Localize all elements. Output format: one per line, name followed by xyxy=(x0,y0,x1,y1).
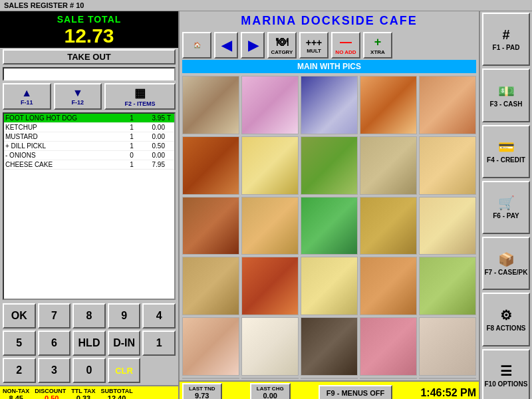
food-item-13[interactable] xyxy=(301,197,358,255)
category-bar[interactable]: MAIN WITH PICS xyxy=(182,60,476,73)
numpad-key-4[interactable]: 4 xyxy=(142,303,176,329)
food-item-6[interactable] xyxy=(182,136,239,195)
numpad-key-9[interactable]: 9 xyxy=(108,303,141,329)
numpad-key-ok[interactable]: OK xyxy=(3,303,36,329)
food-item-12[interactable] xyxy=(241,197,299,255)
food-item-14[interactable] xyxy=(360,197,417,255)
food-item-19[interactable] xyxy=(360,257,417,315)
order-item-name: FOOT LONG HOT DOG xyxy=(5,114,125,122)
numpad-key-hld[interactable]: HLD xyxy=(72,331,106,356)
food-item-30[interactable] xyxy=(419,378,476,379)
food-item-18[interactable] xyxy=(301,257,358,315)
food-item-29[interactable] xyxy=(360,378,417,379)
search-input[interactable] xyxy=(4,70,174,80)
prev-arrow-icon: ◀ xyxy=(221,37,231,53)
f2-items-button[interactable]: ▦ F2 - ITEMS xyxy=(104,83,176,110)
order-item-qty: 1 xyxy=(125,142,138,150)
order-row[interactable]: + DILL PICKL 1 0.50 xyxy=(4,142,174,151)
food-item-25[interactable] xyxy=(419,317,476,376)
non-tax-label: NON-TAX xyxy=(3,388,29,394)
f3-cash-button[interactable]: 💵 F3 - CASH xyxy=(482,68,530,122)
actions-icon: ⚙ xyxy=(500,307,512,323)
order-row[interactable]: CHEESE CAKE 1 7.95 xyxy=(4,160,174,170)
order-type: TAKE OUT xyxy=(3,49,176,65)
f9-menus-button[interactable]: F9 - MENUS OFF xyxy=(319,385,392,400)
mult-button[interactable]: +++ MULT xyxy=(299,32,329,59)
non-tax-val: 8.45 xyxy=(9,394,23,399)
order-row[interactable]: - ONIONS 0 0.00 xyxy=(4,151,174,160)
numpad-key-8[interactable]: 8 xyxy=(72,303,106,329)
food-item-22[interactable] xyxy=(241,317,299,376)
numpad-grid: 789OK456HLDD-IN1230CLR xyxy=(3,303,176,383)
numpad-key-5[interactable]: 5 xyxy=(3,331,36,356)
f11-button[interactable]: ▲ F-11 xyxy=(3,83,51,110)
food-item-4[interactable] xyxy=(360,76,417,134)
food-item-11[interactable] xyxy=(182,197,239,255)
last-tnd-val: 9.73 xyxy=(195,392,209,399)
cart-icon: 🛒 xyxy=(498,195,515,211)
f7-casepk-button[interactable]: 📦 F7 - CASE/PK xyxy=(482,237,530,290)
order-item-name: + DILL PICKL xyxy=(5,142,125,150)
food-item-5[interactable] xyxy=(419,76,476,134)
order-item-flag xyxy=(165,133,173,140)
discount-val: -0.50 xyxy=(42,394,59,399)
order-list[interactable]: FOOT LONG HOT DOG 1 3.95 T KETCHUP 1 0.0… xyxy=(3,112,176,300)
order-item-qty: 0 xyxy=(125,152,138,159)
order-item-qty: 1 xyxy=(125,161,138,168)
food-item-1[interactable] xyxy=(182,76,239,134)
food-item-10[interactable] xyxy=(419,136,476,195)
ttl-tax-val: 0.33 xyxy=(76,394,90,399)
food-item-23[interactable] xyxy=(301,317,358,376)
noadd-button[interactable]: — NO ADD xyxy=(331,32,360,59)
case-icon: 📦 xyxy=(498,251,515,267)
ttl-tax-label: TTL TAX xyxy=(71,388,95,394)
food-item-20[interactable] xyxy=(419,257,476,315)
food-item-16[interactable] xyxy=(182,257,239,315)
f12-button[interactable]: ▼ F-12 xyxy=(54,83,102,110)
home-button[interactable]: 🏠 xyxy=(182,32,211,59)
food-item-8[interactable] xyxy=(301,136,358,195)
numpad-key-2[interactable]: 2 xyxy=(3,358,36,383)
numpad-key-1[interactable]: 1 xyxy=(142,331,176,356)
f8-actions-button[interactable]: ⚙ F8 ACTIONS xyxy=(482,293,530,346)
f6-pay-button[interactable]: 🛒 F6 - PAY xyxy=(482,181,530,234)
order-row[interactable]: KETCHUP 1 0.00 xyxy=(4,123,174,132)
bottom-status: NON-TAX 8.45 DISCOUNT -0.50 TTL TAX 0.33… xyxy=(0,385,178,399)
xtra-button[interactable]: + XTRA xyxy=(363,32,392,59)
f4-credit-button[interactable]: 💳 F4 - CREDIT xyxy=(482,125,530,178)
order-item-price: 3.95 xyxy=(138,114,165,122)
noadd-label: NO ADD xyxy=(335,49,356,55)
food-item-27[interactable] xyxy=(241,378,299,379)
food-item-17[interactable] xyxy=(241,257,299,315)
prev-button[interactable]: ◀ xyxy=(214,32,238,59)
numpad-key-din[interactable]: D-IN xyxy=(108,331,141,356)
food-grid xyxy=(180,74,479,380)
numpad-key-3[interactable]: 3 xyxy=(38,358,71,383)
food-item-28[interactable] xyxy=(301,378,358,379)
food-item-26[interactable] xyxy=(182,378,239,379)
food-item-7[interactable] xyxy=(241,136,299,195)
top-toolbar: 🏠 ◀ ▶ 🍽 CATGRY +++ MULT — NO ADD + xyxy=(180,31,479,60)
center-panel: MARINA DOCKSIDE CAFE 🏠 ◀ ▶ 🍽 CATGRY +++ … xyxy=(180,11,479,399)
next-button[interactable]: ▶ xyxy=(241,32,265,59)
order-row[interactable]: MUSTARD 1 0.00 xyxy=(4,132,174,142)
food-item-15[interactable] xyxy=(419,197,476,255)
numpad-key-6[interactable]: 6 xyxy=(38,331,71,356)
order-row[interactable]: FOOT LONG HOT DOG 1 3.95 T xyxy=(4,114,174,123)
f12-label: F-12 xyxy=(72,99,84,106)
numpad-key-0[interactable]: 0 xyxy=(72,358,106,383)
food-item-3[interactable] xyxy=(301,76,358,134)
numpad-key-clr[interactable]: CLR xyxy=(108,358,141,383)
catgry-button[interactable]: 🍽 CATGRY xyxy=(267,32,297,59)
subtotal-val: 12.40 xyxy=(108,394,126,399)
food-item-21[interactable] xyxy=(182,317,239,376)
f10-label: F10 OPTIONS xyxy=(484,380,527,388)
f1-pad-button[interactable]: # F1 - PAD xyxy=(482,13,530,66)
f10-options-button[interactable]: ☰ F10 OPTIONS xyxy=(482,349,530,399)
numpad-key-7[interactable]: 7 xyxy=(38,303,71,329)
food-item-9[interactable] xyxy=(360,136,417,195)
search-bar[interactable] xyxy=(3,67,176,80)
food-item-2[interactable] xyxy=(241,76,299,134)
food-item-24[interactable] xyxy=(360,317,417,376)
f8-label: F8 ACTIONS xyxy=(486,325,525,332)
